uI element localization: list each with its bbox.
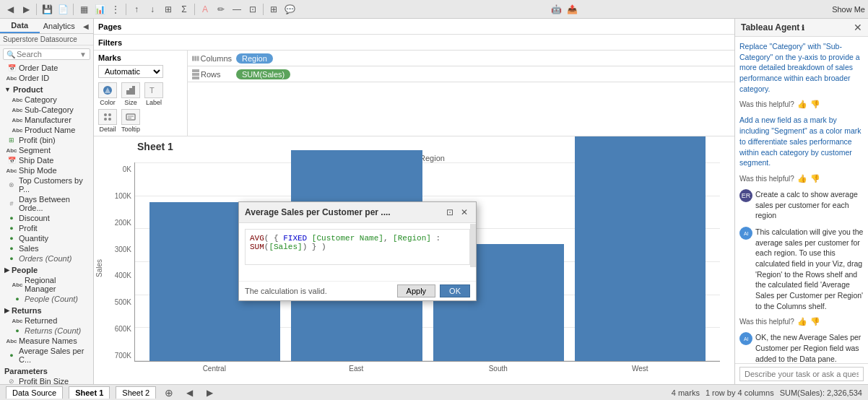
agent-input[interactable] [739,367,864,381]
field-manufacturer[interactable]: Abc Manufacturer [0,115,93,125]
agent-icon[interactable]: 🤖 [550,2,564,17]
filter-fields-icon[interactable]: ▼ [79,51,87,58]
pen-btn[interactable]: ✏ [214,2,228,17]
more-btn[interactable]: ⋮ [108,2,123,17]
dialog-close-btn[interactable]: ✕ [459,206,470,218]
line-btn[interactable]: — [230,2,244,17]
param-profit-bin[interactable]: ⊘ Profit Bin Size [0,376,93,384]
dialog-title: Average Sales per Customer per .... [245,207,391,217]
people-section[interactable]: ▶ People [0,264,93,275]
svg-rect-17 [192,77,199,79]
product-group[interactable]: ▼ Product [0,83,93,95]
field-discount[interactable]: ● Discount [0,213,93,223]
tab-data-source[interactable]: Data Source [6,386,63,399]
sort-asc-btn[interactable]: ↑ [129,2,144,17]
table-btn[interactable]: ▦ [77,2,91,17]
field-label: Average Sales per C... [19,347,89,364]
tab-data[interactable]: Data [0,19,40,33]
field-orders-count[interactable]: ● Orders (Count) [0,253,93,264]
thumbs-up-1[interactable]: 👍 [797,100,807,109]
returns-label: Returns [12,306,42,315]
marks-type-select[interactable]: Automatic [98,65,163,78]
field-label: Quantity [19,234,48,243]
thumbs-up-2[interactable]: 👍 [797,174,807,183]
show-me-button[interactable]: Show Me [832,5,865,14]
scroll-indicator[interactable] [470,224,476,267]
new-btn[interactable]: 📄 [56,2,70,17]
collapse-sidebar-btn[interactable]: ◀ [79,19,93,33]
field-returns-count[interactable]: ● Returns (Count) [0,326,93,336]
mark-size-btn[interactable]: Size [121,82,140,106]
tab-sheet1[interactable]: Sheet 1 [69,386,110,399]
calc-formula[interactable]: AVG( { FIXED [Customer Name], [Region] :… [245,229,470,265]
svg-point-7 [104,118,107,121]
field-quantity[interactable]: ● Quantity [0,233,93,243]
chart-btn[interactable]: 📊 [92,2,107,17]
agent-close-btn[interactable]: ✕ [854,22,862,33]
marks-row2: Detail Tooltip [98,109,183,133]
field-label: Orders (Count) [19,254,71,263]
forward-btn[interactable]: ▶ [19,2,33,17]
dialog-restore-btn[interactable]: ⊡ [444,206,456,218]
field-label: Order ID [19,74,49,82]
sum-sales-pill[interactable]: SUM(Sales) [236,69,290,79]
mark-label-btn[interactable]: T Label [144,82,163,106]
field-label: Days Between Orde... [19,195,89,212]
mark-color-btn[interactable]: Color [98,82,117,106]
bar-west[interactable] [575,136,706,361]
sort-desc-btn[interactable]: ↓ [145,2,160,17]
field-profit-bin[interactable]: ⊞ Profit (bin) [0,135,93,145]
fit-btn[interactable]: ⊞ [266,2,281,17]
field-category[interactable]: Abc Category [0,95,93,105]
tab-sheet2[interactable]: Sheet 2 [116,386,156,399]
returns-section[interactable]: ▶ Returns [0,304,93,316]
tooltip-btn[interactable]: 💬 [282,2,297,17]
field-days-between[interactable]: # Days Between Orde... [0,194,93,213]
share-btn[interactable]: 📤 [565,2,580,17]
field-measure-names[interactable]: Abc Measure Names [0,336,93,346]
x-labels: Central East South West [134,363,720,374]
filter-btn[interactable]: ⊞ [161,2,175,17]
field-ship-mode[interactable]: Abc Ship Mode [0,165,93,175]
field-segment[interactable]: Abc Segment [0,145,93,155]
sum-btn[interactable]: Σ [177,2,191,17]
bot-msg-2: AI OK, the new Average Sales per Custome… [739,332,864,363]
tab-analytics[interactable]: Analytics [40,19,79,33]
field-sub-category[interactable]: Abc Sub-Category [0,105,93,115]
back-btn[interactable]: ◀ [3,2,17,17]
apply-button[interactable]: Apply [397,284,436,297]
thumbs-down-1[interactable]: 👎 [810,100,820,109]
field-avg-sales[interactable]: ● Average Sales per C... [0,346,93,365]
thumbs-down-3[interactable]: 👎 [810,317,820,326]
status-bar: Data Source Sheet 1 Sheet 2 ⊕ ◀ ▶ 4 mark… [0,384,868,400]
mark-detail-btn[interactable]: Detail [98,109,117,133]
field-product-name[interactable]: Abc Product Name [0,125,93,135]
field-order-date[interactable]: 📅 Order Date [0,63,93,73]
field-regional-manager[interactable]: Abc Regional Manager [0,275,93,294]
sheet-nav-right[interactable]: ▶ [202,386,217,400]
sheet-nav-left[interactable]: ◀ [182,386,196,400]
highlight-btn[interactable]: A [198,2,212,17]
measure-icon5: ● [7,254,16,263]
mark-tooltip-btn[interactable]: Tooltip [121,109,140,133]
field-people-count[interactable]: ● People (Count) [0,294,93,304]
region-pill[interactable]: Region [236,53,273,64]
field-label: Category [25,95,57,104]
search-input[interactable] [17,50,74,58]
data-analytics-tabs: Data Analytics ◀ [0,19,93,34]
field-top-customers[interactable]: ⊗ Top Customers by P... [0,175,93,194]
field-ship-date[interactable]: 📅 Ship Date [0,155,93,165]
field-sales[interactable]: ● Sales [0,243,93,253]
save-btn[interactable]: 💾 [40,2,54,17]
thumbs-up-3[interactable]: 👍 [797,317,807,326]
field-returned[interactable]: Abc Returned [0,316,93,326]
thumbs-down-2[interactable]: 👎 [810,174,820,183]
layout-btn[interactable]: ⊡ [246,2,260,17]
ok-button[interactable]: OK [440,284,470,297]
formula-kw: FIXED [283,234,307,243]
info-icon[interactable]: ℹ [802,24,804,32]
field-profit[interactable]: ● Profit [0,223,93,233]
field-order-id[interactable]: Abc Order ID [0,73,93,83]
add-sheet-btn[interactable]: ⊕ [162,386,176,400]
formula-sym2 [307,234,312,243]
